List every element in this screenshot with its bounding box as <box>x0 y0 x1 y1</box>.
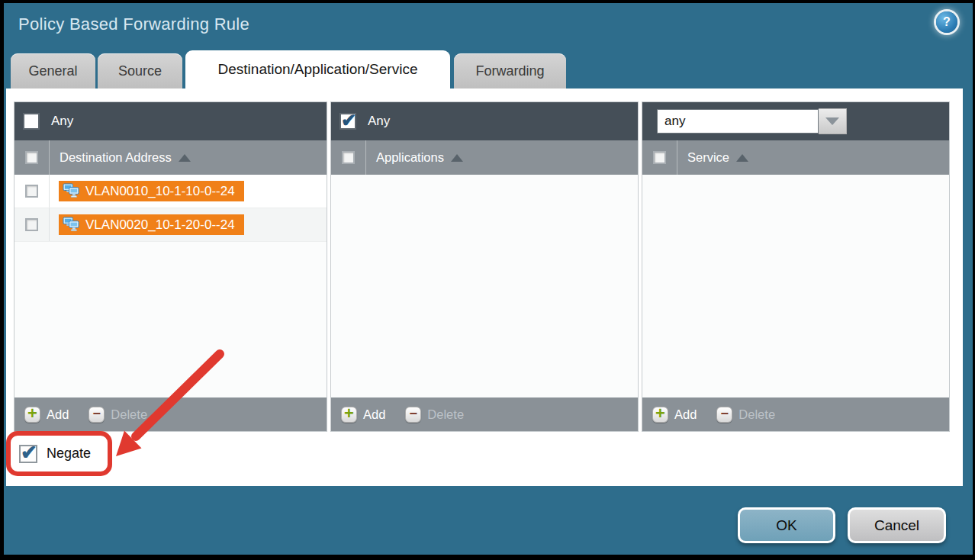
add-button[interactable]: Add <box>652 407 697 423</box>
screenshot-frame: Policy Based Forwarding Rule ? General S… <box>0 0 975 560</box>
network-icon <box>63 183 80 199</box>
service-select-all-checkbox[interactable] <box>653 151 666 164</box>
minus-icon <box>88 407 105 423</box>
cancel-label: Cancel <box>874 517 919 534</box>
service-dropdown-button[interactable] <box>819 108 847 134</box>
row-checkbox[interactable] <box>25 218 38 231</box>
delete-label: Delete <box>111 407 147 422</box>
destination-header-label: Destination Address <box>60 150 172 165</box>
row-checkbox[interactable] <box>25 185 38 198</box>
service-header-label: Service <box>687 150 729 165</box>
pbf-rule-dialog: Policy Based Forwarding Rule ? General S… <box>4 3 973 555</box>
negate-checkbox[interactable] <box>19 445 37 463</box>
chevron-down-icon <box>825 117 839 125</box>
add-label: Add <box>47 407 69 422</box>
delete-label: Delete <box>427 407 464 422</box>
destination-table-body: VLAN0010_10-1-10-0--24 VLAN0020_10-1 <box>14 175 327 397</box>
tab-destination-application-service[interactable]: Destination/Application/Service <box>185 50 450 89</box>
tab-forwarding[interactable]: Forwarding <box>454 53 566 89</box>
destination-select-all-checkbox[interactable] <box>25 151 38 164</box>
tab-label: Source <box>118 63 162 79</box>
service-dropdown-bar: any <box>642 102 949 140</box>
address-object-chip[interactable]: VLAN0010_10-1-10-0--24 <box>59 181 244 201</box>
negate-label: Negate <box>47 446 91 462</box>
destination-any-bar: Any <box>14 102 327 140</box>
applications-any-checkbox[interactable] <box>339 113 356 130</box>
tab-general[interactable]: General <box>11 53 95 89</box>
dialog-title: Policy Based Forwarding Rule <box>18 14 249 34</box>
add-button[interactable]: Add <box>24 407 69 423</box>
applications-table-footer: Add Delete <box>331 397 638 431</box>
destination-table-footer: Add Delete <box>14 397 327 431</box>
applications-select-all-checkbox[interactable] <box>342 151 355 164</box>
add-label: Add <box>674 407 697 422</box>
applications-any-label: Any <box>368 114 390 129</box>
ok-button[interactable]: OK <box>738 507 835 543</box>
service-dropdown[interactable]: any <box>657 108 847 134</box>
table-row[interactable]: VLAN0020_10-1-20-0--24 <box>14 208 327 242</box>
ok-label: OK <box>776 517 796 534</box>
address-object-name: VLAN0010_10-1-10-0--24 <box>85 184 235 199</box>
destination-address-table: Any Destination Address <box>14 101 327 432</box>
service-column-header: Service <box>642 140 949 175</box>
sort-ascending-icon[interactable] <box>179 154 191 162</box>
network-icon <box>63 217 80 233</box>
tab-label: Destination/Application/Service <box>218 61 418 78</box>
tab-label: General <box>28 63 77 79</box>
table-row[interactable]: VLAN0010_10-1-10-0--24 <box>14 175 327 208</box>
plus-icon <box>24 407 40 423</box>
applications-any-bar: Any <box>331 102 638 140</box>
destination-any-checkbox[interactable] <box>23 113 40 130</box>
destination-column-header: Destination Address <box>14 140 327 175</box>
cancel-button[interactable]: Cancel <box>848 507 946 543</box>
applications-column-header: Applications <box>331 140 638 175</box>
service-dropdown-value[interactable]: any <box>657 109 819 134</box>
sort-ascending-icon[interactable] <box>736 154 748 162</box>
delete-button[interactable]: Delete <box>88 407 147 423</box>
address-object-name: VLAN0020_10-1-20-0--24 <box>85 217 235 233</box>
help-icon[interactable]: ? <box>936 11 957 33</box>
plus-icon <box>652 407 668 423</box>
minus-icon <box>405 407 421 423</box>
delete-label: Delete <box>738 407 775 422</box>
tab-source[interactable]: Source <box>98 53 182 89</box>
sort-ascending-icon[interactable] <box>451 154 463 162</box>
tab-label: Forwarding <box>475 63 544 79</box>
help-glyph: ? <box>943 15 951 29</box>
applications-table-body <box>331 175 638 397</box>
destination-any-label: Any <box>51 114 73 129</box>
delete-button[interactable]: Delete <box>405 407 464 423</box>
add-button[interactable]: Add <box>341 407 385 423</box>
service-table-footer: Add Delete <box>642 397 949 431</box>
applications-table: Any Applications Add Delete <box>330 101 639 432</box>
applications-header-label: Applications <box>376 150 444 165</box>
service-table-body <box>642 175 949 397</box>
address-object-chip[interactable]: VLAN0020_10-1-20-0--24 <box>59 214 244 235</box>
negate-highlight-box: Negate <box>6 431 112 476</box>
delete-button[interactable]: Delete <box>716 407 775 423</box>
minus-icon <box>716 407 732 423</box>
plus-icon <box>341 407 357 423</box>
add-label: Add <box>363 407 385 422</box>
service-table: any Service Add Delete <box>642 101 950 432</box>
